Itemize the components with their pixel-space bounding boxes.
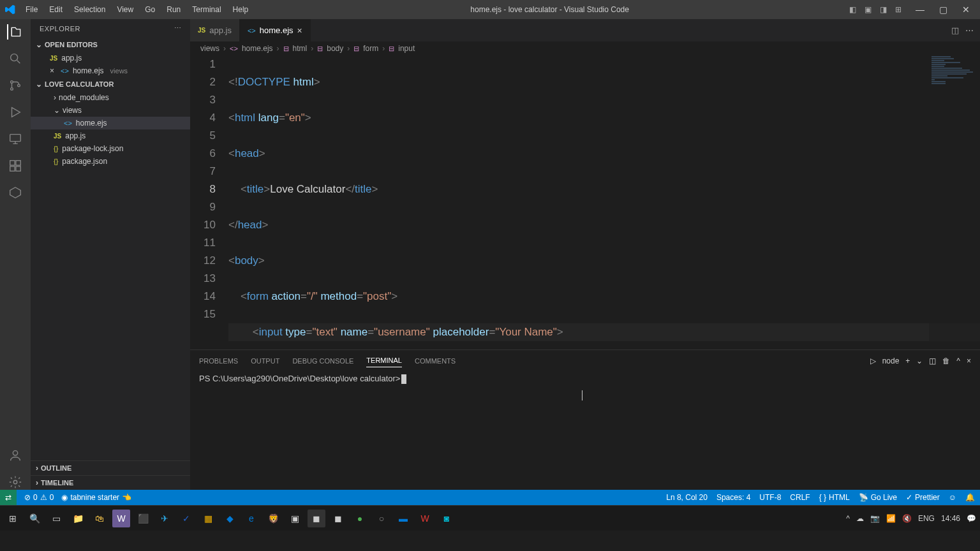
start-button[interactable]: ⊞ xyxy=(4,510,22,527)
language-indicator[interactable]: ENG xyxy=(918,514,935,523)
code-editor[interactable]: 123456789101112131415 <!DOCTYPE html> <h… xyxy=(190,55,980,349)
terminal-shell-label[interactable]: node xyxy=(882,356,900,365)
terminal-shell-icon[interactable]: ▷ xyxy=(870,356,876,365)
brave-icon[interactable]: 🦁 xyxy=(264,510,282,527)
wifi-icon[interactable]: 📶 xyxy=(886,514,896,523)
menu-selection[interactable]: Selection xyxy=(69,3,110,17)
status-position[interactable]: Ln 8, Col 20 xyxy=(666,493,708,502)
menu-go[interactable]: Go xyxy=(140,3,160,17)
remote-indicator[interactable]: ⇄ xyxy=(0,490,17,505)
meet-now-icon[interactable]: 📷 xyxy=(870,514,880,523)
wps-icon[interactable]: W xyxy=(416,510,434,527)
kill-terminal-icon[interactable]: 🗑 xyxy=(942,356,950,365)
source-control-icon[interactable] xyxy=(8,78,23,93)
file-package-json[interactable]: {}package.json xyxy=(31,155,190,168)
timeline-section[interactable]: TIMELINE xyxy=(31,475,190,490)
app-icon[interactable]: W xyxy=(112,510,130,527)
system-tray[interactable]: ^ ☁ 📷 📶 🔇 ENG 14:46 💬 xyxy=(846,514,976,523)
tray-chevron-icon[interactable]: ^ xyxy=(846,514,850,523)
notifications-icon[interactable]: 💬 xyxy=(967,514,976,523)
onedrive-icon[interactable]: ☁ xyxy=(856,514,864,523)
status-eol[interactable]: CRLF xyxy=(790,493,810,502)
app-icon[interactable]: ▬ xyxy=(394,510,412,527)
settings-gear-icon[interactable] xyxy=(8,474,23,490)
panel-tab-debug[interactable]: DEBUG CONSOLE xyxy=(292,355,353,367)
app-icon[interactable]: ◆ xyxy=(221,510,239,527)
run-debug-icon[interactable] xyxy=(8,105,23,120)
maximize-panel-icon[interactable]: ^ xyxy=(956,356,960,365)
more-actions-icon[interactable]: ⋯ xyxy=(965,26,974,35)
breadcrumb-item[interactable]: body xyxy=(327,44,343,53)
volume-icon[interactable]: 🔇 xyxy=(902,514,912,523)
task-view-icon[interactable]: ▭ xyxy=(47,510,65,527)
new-terminal-icon[interactable]: + xyxy=(905,356,910,365)
status-spaces[interactable]: Spaces: 4 xyxy=(716,493,750,502)
menu-help[interactable]: Help xyxy=(228,3,254,17)
clock[interactable]: 14:46 xyxy=(941,514,960,523)
open-editors-section[interactable]: OPEN EDITORS xyxy=(31,38,190,52)
status-feedback[interactable]: ☺ xyxy=(949,493,956,502)
terminal[interactable]: PS C:\Users\ag290\OneDrive\Desktop\love … xyxy=(190,367,980,490)
search-icon[interactable] xyxy=(8,51,23,66)
file-app-js[interactable]: JSapp.js xyxy=(31,129,190,142)
layout-toggle-icon[interactable]: ◧ xyxy=(846,5,859,14)
app-icon[interactable]: ◼ xyxy=(308,510,325,527)
panel-tab-terminal[interactable]: TERMINAL xyxy=(366,354,402,367)
minimize-button[interactable]: ― xyxy=(911,4,929,15)
code-content[interactable]: <!DOCTYPE html> <html lang="en"> <head> … xyxy=(228,55,980,349)
remote-explorer-icon[interactable] xyxy=(8,131,23,147)
open-editor-item[interactable]: × <> home.ejs views xyxy=(31,64,190,77)
app-icon[interactable]: ◼ xyxy=(329,510,347,527)
breadcrumb-item[interactable]: html xyxy=(293,44,308,53)
minimap[interactable] xyxy=(929,55,980,349)
breadcrumb-item[interactable]: home.ejs xyxy=(242,44,273,53)
sidebar-more-icon[interactable]: ⋯ xyxy=(174,24,182,33)
status-tabnine[interactable]: ◉tabnine starter👈 xyxy=(61,493,131,502)
menu-terminal[interactable]: Terminal xyxy=(187,3,226,17)
edge-icon[interactable]: e xyxy=(242,510,260,527)
file-explorer-icon[interactable]: 📁 xyxy=(69,510,87,527)
app-icon[interactable]: ● xyxy=(351,510,369,527)
layout-sidebar-icon[interactable]: ◨ xyxy=(877,5,889,14)
folder-node-modules[interactable]: ›node_modules xyxy=(31,91,190,104)
folder-views[interactable]: ⌄views xyxy=(31,104,190,117)
app-icon[interactable]: ◙ xyxy=(438,510,456,527)
status-language[interactable]: { }HTML xyxy=(819,493,850,502)
menu-file[interactable]: File xyxy=(20,3,43,17)
status-encoding[interactable]: UTF-8 xyxy=(759,493,781,502)
menu-view[interactable]: View xyxy=(112,3,138,17)
status-errors[interactable]: ⊘0⚠0 xyxy=(24,493,54,502)
open-editor-item[interactable]: JS app.js xyxy=(31,52,190,64)
explorer-icon[interactable] xyxy=(7,24,22,40)
panel-tab-comments[interactable]: COMMENTS xyxy=(415,355,456,367)
todo-icon[interactable]: ✓ xyxy=(177,510,195,527)
telegram-icon[interactable]: ✈ xyxy=(156,510,174,527)
status-golive[interactable]: 📡Go Live xyxy=(859,493,897,502)
app-icon[interactable]: ▦ xyxy=(199,510,217,527)
terminal-dropdown-icon[interactable]: ⌄ xyxy=(916,356,923,365)
close-panel-icon[interactable]: × xyxy=(967,356,971,365)
maximize-button[interactable]: ▢ xyxy=(934,4,952,15)
extensions-icon[interactable] xyxy=(8,158,23,173)
terminal-icon[interactable]: ▣ xyxy=(286,510,304,527)
file-package-lock[interactable]: {}package-lock.json xyxy=(31,142,190,155)
layout-panel-icon[interactable]: ▣ xyxy=(861,5,874,14)
close-icon[interactable]: × xyxy=(50,66,54,75)
close-window-button[interactable]: ✕ xyxy=(957,4,975,15)
status-prettier[interactable]: ✓Prettier xyxy=(906,493,940,502)
file-home-ejs[interactable]: <>home.ejs xyxy=(31,117,190,129)
tab-app-js[interactable]: JS app.js xyxy=(190,19,240,41)
split-terminal-icon[interactable]: ◫ xyxy=(929,356,936,365)
outline-section[interactable]: OUTLINE xyxy=(31,460,190,475)
search-taskbar-icon[interactable]: 🔍 xyxy=(26,510,43,527)
store-icon[interactable]: 🛍 xyxy=(91,510,108,527)
breadcrumbs[interactable]: views› <>home.ejs› ⊟html› ⊟body› ⊟form› … xyxy=(190,41,980,55)
tabnine-icon[interactable] xyxy=(8,185,23,200)
breadcrumb-item[interactable]: input xyxy=(398,44,415,53)
panel-tab-problems[interactable]: PROBLEMS xyxy=(199,355,238,367)
vscode-taskbar-icon[interactable]: ⬛ xyxy=(134,510,152,527)
panel-tab-output[interactable]: OUTPUT xyxy=(251,355,279,367)
project-section[interactable]: LOVE CALCULATOR xyxy=(31,77,190,91)
tab-home-ejs[interactable]: <> home.ejs × xyxy=(240,19,311,41)
close-tab-icon[interactable]: × xyxy=(297,26,302,36)
